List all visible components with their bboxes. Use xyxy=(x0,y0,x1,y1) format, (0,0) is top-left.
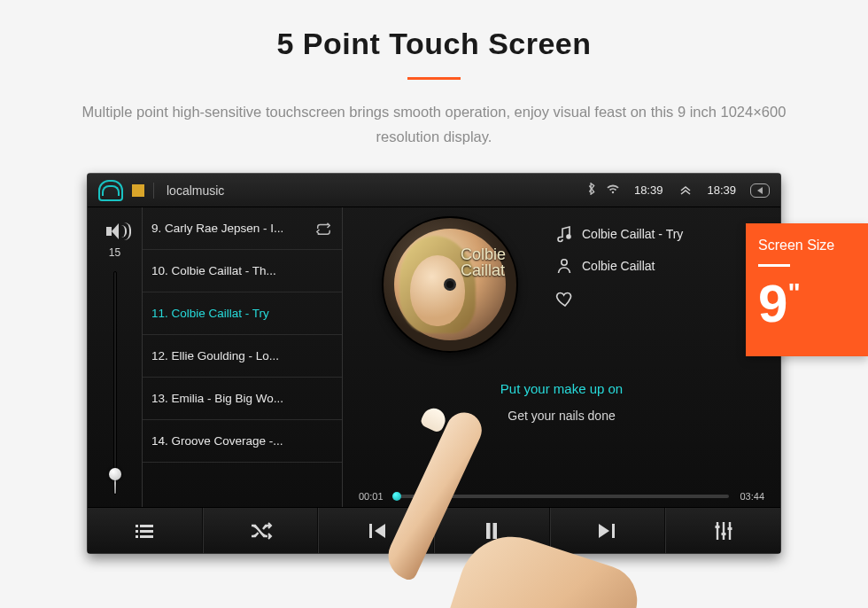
time-total: 03:44 xyxy=(740,491,764,502)
badge-underline xyxy=(758,264,790,267)
now-playing-panel: ColbieCaillat Colbie Caillat - Try Colbi… xyxy=(343,207,780,507)
app-title: localmusic xyxy=(167,183,224,198)
speaker-icon xyxy=(106,223,124,239)
playlist: 9. Carly Rae Jepsen - I... 10. Colbie Ca… xyxy=(143,207,343,507)
svg-point-0 xyxy=(567,235,570,238)
page-subtitle: Multiple point high-sensitive touchscree… xyxy=(53,99,815,149)
volume-level: 15 xyxy=(109,246,120,259)
song-title: Colbie Caillat - Try xyxy=(582,227,683,241)
svg-rect-11 xyxy=(721,533,725,535)
svg-rect-9 xyxy=(493,523,498,539)
album-art[interactable]: ColbieCaillat xyxy=(382,216,518,353)
play-pause-button[interactable] xyxy=(434,508,550,553)
app-icon xyxy=(132,184,144,197)
bluetooth-icon xyxy=(586,183,597,198)
svg-point-1 xyxy=(562,260,567,265)
svg-rect-5 xyxy=(140,530,153,533)
next-button[interactable] xyxy=(550,508,666,553)
playlist-item[interactable]: 13. Emilia - Big Big Wo... xyxy=(143,378,342,420)
playlist-item-active[interactable]: 11. Colbie Caillat - Try xyxy=(143,292,342,335)
artist-line: Colbie Caillat xyxy=(555,257,683,275)
playlist-button[interactable] xyxy=(88,508,203,553)
clock-secondary: 18:39 xyxy=(707,183,736,197)
svg-rect-6 xyxy=(136,535,138,538)
svg-rect-7 xyxy=(140,535,153,538)
player-controls xyxy=(88,507,780,553)
clock-primary: 18:39 xyxy=(634,183,663,197)
volume-panel: 15 xyxy=(88,207,143,507)
music-note-icon xyxy=(555,225,573,243)
screen-size-badge: Screen Size 9" xyxy=(746,223,868,356)
home-button[interactable] xyxy=(98,180,123,201)
svg-rect-8 xyxy=(486,523,491,539)
playlist-item[interactable]: 12. Ellie Goulding - Lo... xyxy=(143,335,342,378)
badge-label: Screen Size xyxy=(758,238,856,253)
title-underline xyxy=(407,77,461,80)
shuffle-button[interactable] xyxy=(203,508,319,553)
heart-icon xyxy=(555,289,575,308)
song-line: Colbie Caillat - Try xyxy=(555,225,683,243)
svg-rect-4 xyxy=(136,530,138,533)
lyric-next: Get your nails done xyxy=(343,409,780,423)
svg-rect-12 xyxy=(727,527,732,530)
page-title: 5 Point Touch Screen xyxy=(0,27,868,61)
progress-bar[interactable]: 00:01 03:44 xyxy=(359,491,764,502)
lyric-current: Put your make up on xyxy=(343,381,780,396)
headunit-frame: localmusic 18:39 18:39 15 9. Carly Rae J… xyxy=(87,173,781,554)
status-bar: localmusic 18:39 18:39 xyxy=(88,174,780,207)
time-elapsed: 00:01 xyxy=(359,491,384,502)
badge-value: 9" xyxy=(758,277,856,331)
playlist-item[interactable]: 10. Colbie Caillat - Th... xyxy=(143,250,342,292)
back-button[interactable] xyxy=(750,183,770,198)
favorite-button[interactable] xyxy=(555,289,683,308)
prev-button[interactable] xyxy=(318,508,434,553)
playlist-item[interactable]: 9. Carly Rae Jepsen - I... xyxy=(143,207,342,250)
person-icon xyxy=(555,257,573,275)
artist-name: Colbie Caillat xyxy=(582,259,655,273)
svg-rect-3 xyxy=(140,525,153,527)
separator xyxy=(153,183,154,199)
playlist-item[interactable]: 14. Groove Coverage -... xyxy=(143,420,342,463)
wifi-icon xyxy=(606,183,620,198)
volume-slider[interactable] xyxy=(113,271,117,495)
svg-rect-10 xyxy=(715,526,719,528)
svg-rect-2 xyxy=(136,525,138,527)
equalizer-button[interactable] xyxy=(665,508,780,553)
chevrons-up-icon[interactable] xyxy=(678,183,693,198)
repeat-icon xyxy=(315,221,331,237)
